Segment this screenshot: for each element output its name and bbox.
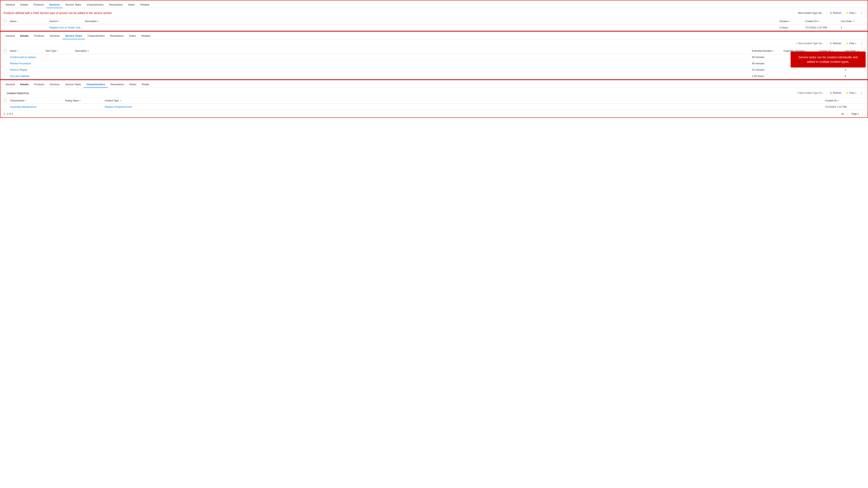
tab-notes-2[interactable]: Notes [126,33,138,39]
task-row2-link[interactable]: Review Procedure [10,62,31,65]
task-row4-link[interactable]: Test and Validate [10,74,29,77]
tab-notes-1[interactable]: Notes [125,2,138,8]
tab-characteristics-1[interactable]: Characteristics [84,2,106,8]
more-menu-2[interactable]: ⋮ [859,41,864,46]
flow-label-1: Flow [849,12,855,14]
char-pagination: 1 - 1 of 1 ⏮ ← Page 1 → [0,110,868,118]
refresh-btn-1[interactable]: ↻ Refresh [828,11,843,15]
tab-resolutions-2[interactable]: Resolutions [107,33,126,39]
task-row2-name[interactable]: Review Procedure [10,62,45,65]
tab-characteristics-2[interactable]: Characteristics [85,33,107,39]
new-incident-type-ch-btn[interactable]: + New Incident Type Ch... [796,91,825,95]
flow-btn-1[interactable]: ⚡ Flow ▾ [844,11,858,15]
col-task-name[interactable]: Name ∨ [10,50,45,52]
col-lineorder-1[interactable]: Line Order ↑∨ [841,20,864,23]
tab-related-3[interactable]: Relate [139,81,152,88]
tasks-toolbar: + New Incident Type Ser... | ↻ Refresh ⚡… [0,39,868,48]
refresh-label-3: Refresh [833,92,841,94]
col-duration-1[interactable]: Duration ∨ [779,20,805,23]
alert-text: Products defined with a Field Service ty… [4,11,112,14]
new-incident-label-2: New Incident Type Ser... [798,42,824,45]
tab-services-2[interactable]: Services [47,33,62,39]
char-row1-created: 7/17/2021 1:57 PM [825,105,864,108]
tab-related-1[interactable]: Related [138,2,152,8]
col-est-duration[interactable]: Estimated Duration ∨ [752,50,783,52]
tab-details-2[interactable]: Details [18,33,31,39]
task-row1-link[interactable]: Confirm part to replace [10,56,36,59]
flow-btn-3[interactable]: ⚡ Flow ▾ [844,91,858,95]
task-row3-name[interactable]: Perform Repair [10,68,45,71]
task-row4-name[interactable]: Test and Validate [10,74,45,77]
sort-dur-1: ∨ [789,20,790,22]
col-task-desc[interactable]: Description ∨ [75,50,752,52]
tab-general-1[interactable]: General [3,2,18,8]
tab-related-2[interactable]: Related [138,33,153,39]
more-menu-1[interactable]: ⋮ [859,10,864,15]
col-task-type[interactable]: Task Type ∨ [45,50,75,52]
task-row3-est-dur: 15 minutes [752,68,783,71]
header-checkbox-1[interactable] [4,19,7,23]
tab-service-tasks-3[interactable]: Service Tasks [62,81,84,88]
row1-service[interactable]: Replace Arm or Power Unit ... [50,26,85,29]
tab-notes-3[interactable]: Notes [127,81,139,88]
tasks-header-checkbox[interactable] [4,49,7,52]
tab-characteristics-3[interactable]: Characteristics [84,81,108,88]
char-row1-incident-type[interactable]: Replace Peripheral Part [105,105,825,108]
col-characteristic[interactable]: Characteristic ∨ [10,99,65,102]
row1-service-link[interactable]: Replace Arm or Power Unit ... [50,26,83,29]
tab-services-3[interactable]: Services [47,81,62,88]
new-incident-type-btn-2[interactable]: + New Incident Type Ser... [795,41,825,45]
task-row3-link[interactable]: Perform Repair [10,68,27,71]
tab-products-3[interactable]: Products [31,81,47,88]
refresh-btn-3[interactable]: ↻ Refresh [828,91,843,95]
task-row1-name[interactable]: Confirm part to replace [10,56,45,59]
tab-bar-char: General Details Products Services Servic… [0,80,868,88]
flow-btn-2[interactable]: ⚡ Flow ▾ [844,41,858,46]
row1-created: 7/17/2021 1:57 PM [805,26,841,29]
next-page-btn[interactable]: → [860,112,864,116]
prev-page-btn[interactable]: ← [846,112,850,116]
tab-products-1[interactable]: Products [31,2,46,8]
col-created-1[interactable]: Created On ∨ [805,20,841,23]
tab-service-tasks-2[interactable]: Service Tasks [62,33,85,39]
tab-products-2[interactable]: Products [31,33,47,39]
task-row4-est-dur: 1.50 hours [752,74,783,77]
tab-details-1[interactable]: Details [18,2,31,8]
col-description-1[interactable]: Description ∨ [85,20,779,23]
char-incident-type-link[interactable]: Replace Peripheral Part [105,105,132,108]
tab-general-3[interactable]: General [3,81,18,88]
services-row-1: Replace Arm or Power Unit ... 2 hours 7/… [0,25,868,31]
tab-details-3[interactable]: Details [18,81,31,88]
char-header-checkbox[interactable] [4,99,7,102]
tab-services-1[interactable]: Services [46,2,63,8]
tab-bar-tasks: General Details Products Services Servic… [0,32,868,39]
checkbox-col-header-1 [4,19,10,23]
alert-bar: Products defined with a Field Service ty… [0,8,868,18]
col-service-1[interactable]: Service ∨ [50,20,85,23]
panel-body-services: Products defined with a Field Service ty… [0,8,868,31]
col-name-1[interactable]: Name ∨ [10,20,50,23]
tab-resolutions-1[interactable]: Resolutions [106,2,125,8]
new-incident-type-btn-1[interactable]: New Incident Type Ser... [796,11,825,15]
more-menu-3[interactable]: ⋮ [859,90,864,96]
char-row1-char[interactable]: Assembly Maintenance [10,105,65,108]
tasks-grid-header: Name ∨ Task Type ∨ Description ∨ Estimat… [0,48,868,54]
tab-service-tasks-1[interactable]: Service Tasks [63,2,84,8]
refresh-btn-2[interactable]: ↻ Refresh [828,41,843,46]
tab-bar-services: General Details Products Services Servic… [0,0,868,8]
char-checkbox-header [4,99,10,102]
sort-task-type: ∨ [57,50,58,52]
col-incident-type[interactable]: Incident Type ↑∨ [105,99,825,102]
tab-resolutions-3[interactable]: Resolutions [108,81,127,88]
char-row1-link[interactable]: Assembly Maintenance [10,105,36,108]
col-rating-value[interactable]: Rating Value ∨ [65,99,105,102]
sort-desc-1: ∨ [97,20,99,22]
flow-label-2: Flow [849,42,855,45]
panel-services: General Details Products Services Servic… [0,0,868,31]
first-page-btn[interactable]: ⏮ [840,112,845,116]
tab-general-2[interactable]: General [3,33,18,39]
char-row-1: Assembly Maintenance Replace Peripheral … [0,104,868,110]
flow-chevron-3: ▾ [855,92,856,94]
col-char-created[interactable]: Created On ∨ [825,99,864,102]
services-grid-header: Name ∨ Service ∨ Description ∨ Duration … [0,18,868,25]
